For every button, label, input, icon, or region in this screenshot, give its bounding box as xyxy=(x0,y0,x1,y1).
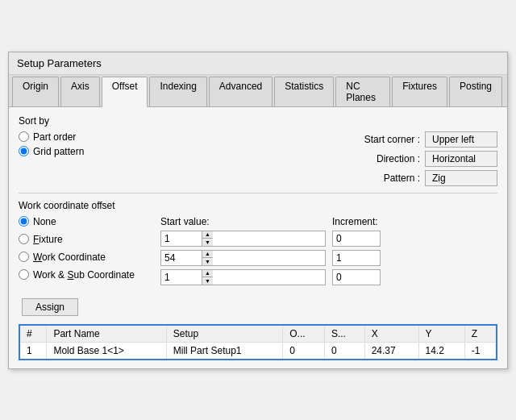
increment-input-1[interactable] xyxy=(332,231,381,247)
table-section: # Part Name Setup O... S... X Y Z 1 Mold… xyxy=(19,324,497,360)
pattern-label: Pattern : xyxy=(356,173,420,184)
tab-advanced[interactable]: Advanced xyxy=(209,77,273,106)
start-spinner-2[interactable]: ▲ ▼ xyxy=(160,250,326,266)
spinner-up-1[interactable]: ▲ xyxy=(202,231,213,239)
work-sub-coordinate-radio[interactable] xyxy=(19,269,29,280)
value-row-2: ▲ ▼ xyxy=(160,250,497,266)
col-part-name: Part Name xyxy=(47,326,166,343)
fixture-radio[interactable] xyxy=(19,234,29,244)
work-coord-grid: None Fixture Work Coordinate Work & Sub … xyxy=(19,216,497,289)
row-setup: Mill Part Setup1 xyxy=(166,342,283,359)
work-sub-coordinate-option[interactable]: Work & Sub Coordinate xyxy=(19,269,148,281)
tab-fixtures[interactable]: Fixtures xyxy=(392,77,447,106)
tab-posting[interactable]: Posting xyxy=(449,77,502,106)
spinner-down-1[interactable]: ▼ xyxy=(202,239,213,246)
col-o: O... xyxy=(283,326,325,343)
row-y: 14.2 xyxy=(418,342,464,359)
sort-by-row: Part order Grid pattern Start corner : U… xyxy=(19,131,497,186)
tab-origin[interactable]: Origin xyxy=(12,77,59,106)
tab-statistics[interactable]: Statistics xyxy=(274,77,334,106)
col-hash: # xyxy=(20,326,47,343)
tab-indexing[interactable]: Indexing xyxy=(149,77,206,106)
none-radio[interactable] xyxy=(19,216,29,227)
pattern-dropdown[interactable]: Zig xyxy=(425,170,497,186)
row-x: 24.37 xyxy=(364,342,418,359)
increment-input-2[interactable] xyxy=(332,250,381,266)
start-options: Start corner : Upper left Direction : Ho… xyxy=(356,131,497,186)
main-content: Sort by Part order Grid pattern Start co… xyxy=(9,107,507,368)
work-coordinate-label: Work Coordinate xyxy=(33,252,106,263)
tab-nc-planes[interactable]: NC Planes xyxy=(335,77,390,106)
row-part-name: Mold Base 1<1> xyxy=(47,342,166,359)
work-coord-section: Work coordinate offset None Fixture Work… xyxy=(19,200,497,316)
tab-offset[interactable]: Offset xyxy=(102,77,148,107)
fixture-option[interactable]: Fixture xyxy=(19,234,148,245)
row-o: 0 xyxy=(283,342,325,359)
start-value-header: Start value: xyxy=(160,216,326,227)
none-label: None xyxy=(33,216,56,227)
grid-pattern-radio[interactable] xyxy=(19,146,29,156)
part-order-label: Part order xyxy=(33,131,76,143)
window-title: Setup Parameters xyxy=(17,57,102,69)
row-hash: 1 xyxy=(20,342,47,359)
setup-parameters-window: Setup Parameters OriginAxisOffsetIndexin… xyxy=(8,52,508,369)
col-x: X xyxy=(364,326,418,343)
divider-1 xyxy=(19,193,497,193)
direction-label: Direction : xyxy=(356,153,420,164)
table-row: 1 Mold Base 1<1> Mill Part Setup1 0 0 24… xyxy=(20,342,496,359)
table-header-row: # Part Name Setup O... S... X Y Z xyxy=(20,326,496,343)
sort-options: Part order Grid pattern xyxy=(19,131,84,157)
spinner-btns-3: ▲ ▼ xyxy=(202,270,213,285)
row-z: -1 xyxy=(464,342,496,359)
tab-bar: OriginAxisOffsetIndexingAdvancedStatisti… xyxy=(9,75,507,107)
increment-input-3[interactable] xyxy=(332,269,381,285)
values-header: Start value: Increment: xyxy=(160,216,497,227)
start-input-3[interactable] xyxy=(161,270,202,285)
pattern-row: Pattern : Zig xyxy=(356,170,497,186)
value-row-3: ▲ ▼ xyxy=(160,269,497,285)
spinner-down-2[interactable]: ▼ xyxy=(202,258,213,265)
work-coord-options: None Fixture Work Coordinate Work & Sub … xyxy=(19,216,148,289)
start-input-2[interactable] xyxy=(161,251,202,265)
start-input-1[interactable] xyxy=(161,231,202,246)
none-option[interactable]: None xyxy=(19,216,148,227)
values-col: Start value: Increment: ▲ ▼ xyxy=(160,216,497,289)
col-s: S... xyxy=(324,326,364,343)
spinner-up-3[interactable]: ▲ xyxy=(202,270,213,278)
sort-by-label: Sort by xyxy=(19,115,497,127)
value-row-1: ▲ ▼ xyxy=(160,231,497,247)
tab-axis[interactable]: Axis xyxy=(60,77,100,106)
direction-row: Direction : Horizontal xyxy=(356,151,497,167)
part-order-option[interactable]: Part order xyxy=(19,131,84,143)
sort-by-section: Sort by Part order Grid pattern Start co… xyxy=(19,115,497,186)
part-order-radio[interactable] xyxy=(19,131,29,142)
spinner-btns-1: ▲ ▼ xyxy=(202,231,213,246)
spinner-btns-2: ▲ ▼ xyxy=(202,251,213,265)
title-bar: Setup Parameters xyxy=(9,52,507,75)
work-coord-label: Work coordinate offset xyxy=(19,200,497,211)
col-z: Z xyxy=(464,326,496,343)
work-coordinate-radio[interactable] xyxy=(19,252,29,262)
work-coordinate-option[interactable]: Work Coordinate xyxy=(19,252,148,263)
work-sub-coordinate-label: Work & Sub Coordinate xyxy=(33,269,135,281)
parts-table: # Part Name Setup O... S... X Y Z 1 Mold… xyxy=(20,326,496,359)
start-spinner-3[interactable]: ▲ ▼ xyxy=(160,269,326,285)
start-spinner-1[interactable]: ▲ ▼ xyxy=(160,231,326,247)
start-corner-dropdown[interactable]: Upper left xyxy=(425,131,497,148)
assign-button[interactable]: Assign xyxy=(22,298,78,316)
col-setup: Setup xyxy=(166,326,283,343)
grid-pattern-option[interactable]: Grid pattern xyxy=(19,146,84,157)
spinner-down-3[interactable]: ▼ xyxy=(202,277,213,285)
start-corner-label: Start corner : xyxy=(356,134,420,145)
direction-dropdown[interactable]: Horizontal xyxy=(425,151,497,167)
start-corner-row: Start corner : Upper left xyxy=(356,131,497,148)
col-y: Y xyxy=(418,326,464,343)
row-s: 0 xyxy=(324,342,364,359)
increment-header: Increment: xyxy=(332,216,497,227)
spinner-up-2[interactable]: ▲ xyxy=(202,251,213,259)
grid-pattern-label: Grid pattern xyxy=(33,146,84,157)
fixture-label: Fixture xyxy=(33,234,63,245)
